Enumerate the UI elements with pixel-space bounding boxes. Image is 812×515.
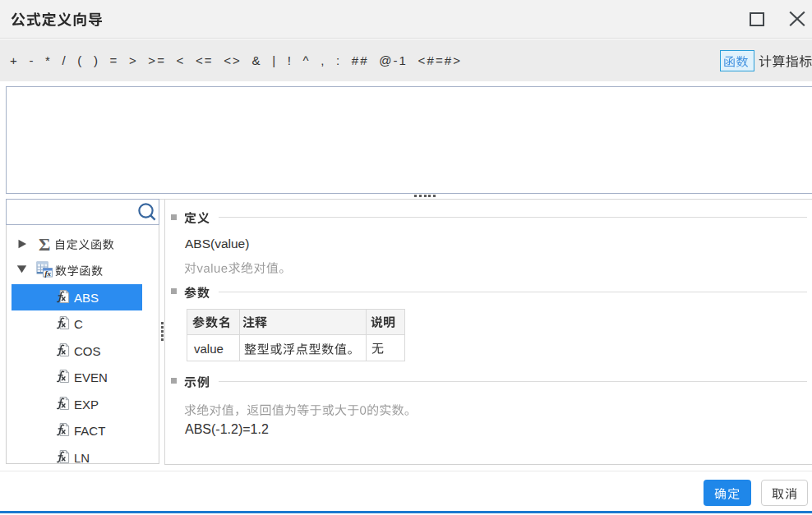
svg-text:fx: fx xyxy=(45,269,52,278)
